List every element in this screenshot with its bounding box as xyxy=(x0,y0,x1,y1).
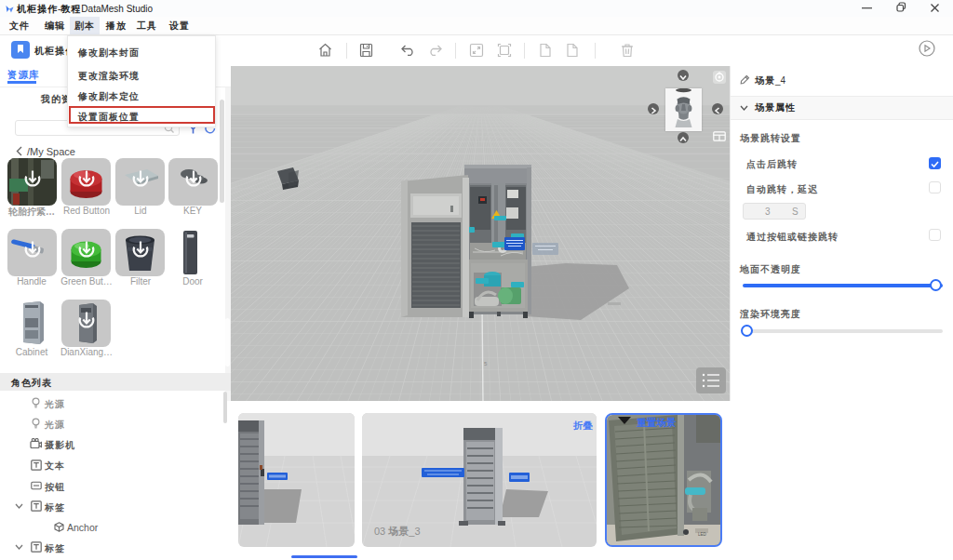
svg-text:03 场景_3: 03 场景_3 xyxy=(374,526,421,537)
svg-text:重置场景: 重置场景 xyxy=(637,417,677,428)
svg-text:LED: LED xyxy=(698,532,707,537)
svg-text:折叠: 折叠 xyxy=(572,420,594,431)
